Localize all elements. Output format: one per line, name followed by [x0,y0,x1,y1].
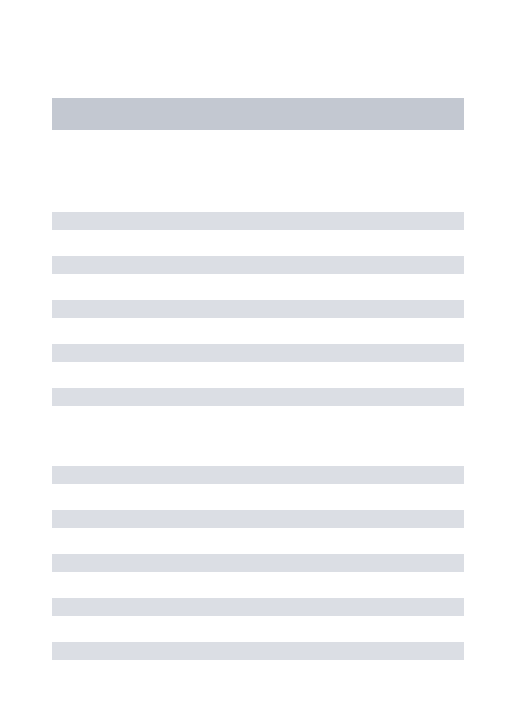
skeleton-line [52,642,464,660]
skeleton-line [52,212,464,230]
skeleton-line [52,256,464,274]
skeleton-line [52,510,464,528]
skeleton-container [52,98,464,660]
skeleton-header [52,98,464,130]
skeleton-line [52,300,464,318]
skeleton-line [52,554,464,572]
skeleton-group-1 [52,212,464,406]
skeleton-line [52,598,464,616]
skeleton-group-2 [52,466,464,660]
skeleton-line [52,466,464,484]
skeleton-line [52,344,464,362]
skeleton-line [52,388,464,406]
